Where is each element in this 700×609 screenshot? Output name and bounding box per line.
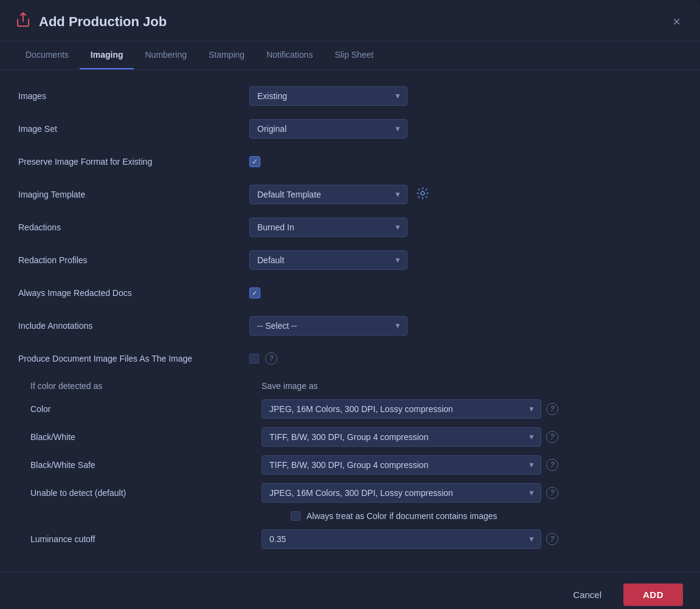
include-annotations-select[interactable]: -- Select -- (249, 316, 407, 335)
produce-document-control: ? (249, 353, 277, 365)
image-set-select[interactable]: Original (249, 119, 407, 139)
title-row: Add Production Job (15, 11, 167, 32)
luminance-label: Luminance cutoff (30, 534, 262, 544)
save-image-as-label: Save image as (262, 381, 318, 391)
images-select[interactable]: Existing Generate (249, 86, 407, 106)
unable-help-icon[interactable]: ? (546, 487, 558, 499)
image-set-select-wrapper: Original ▼ (249, 119, 407, 139)
bw-help-icon[interactable]: ? (546, 431, 558, 443)
redactions-select-wrapper: Burned In ▼ (249, 218, 407, 237)
color-help-icon[interactable]: ? (546, 403, 558, 415)
unable-select[interactable]: JPEG, 16M Colors, 300 DPI, Lossy compres… (262, 483, 541, 503)
bw-select-wrapper: TIFF, B/W, 300 DPI, Group 4 compression … (262, 427, 541, 447)
unable-row: Unable to detect (default) JPEG, 16M Col… (18, 483, 682, 503)
imaging-template-select[interactable]: Default Template (249, 185, 407, 204)
always-image-control (249, 287, 260, 298)
produce-document-help-icon[interactable]: ? (265, 353, 277, 365)
always-color-label: Always treat as Color if document contai… (307, 511, 497, 521)
cancel-button[interactable]: Cancel (560, 583, 615, 606)
preserve-checkbox[interactable] (249, 156, 260, 167)
unable-control: JPEG, 16M Colors, 300 DPI, Lossy compres… (262, 483, 558, 503)
always-image-row: Always Image Redacted Docs (18, 281, 682, 304)
bw-safe-select[interactable]: TIFF, B/W, 300 DPI, Group 4 compression (262, 455, 541, 475)
produce-document-row: Produce Document Image Files As The Imag… (18, 347, 682, 370)
luminance-control: 0.35 ▼ ? (262, 529, 558, 549)
tab-notifications[interactable]: Notifications (255, 41, 324, 69)
redactions-row: Redactions Burned In ▼ (18, 216, 682, 239)
include-annotations-label: Include Annotations (18, 321, 249, 331)
bw-label: Black/White (30, 432, 262, 442)
image-set-row: Image Set Original ▼ (18, 117, 682, 140)
images-control: Existing Generate ▼ (249, 86, 407, 106)
preserve-label: Preserve Image Format for Existing (18, 157, 249, 167)
unable-label: Unable to detect (default) (30, 488, 262, 498)
color-row: Color JPEG, 16M Colors, 300 DPI, Lossy c… (18, 399, 682, 419)
imaging-template-row: Imaging Template Default Template ▼ (18, 183, 682, 206)
color-select[interactable]: JPEG, 16M Colors, 300 DPI, Lossy compres… (262, 399, 541, 419)
bw-safe-select-wrapper: TIFF, B/W, 300 DPI, Group 4 compression … (262, 455, 541, 475)
luminance-help-icon[interactable]: ? (546, 533, 558, 545)
images-select-wrapper: Existing Generate ▼ (249, 86, 407, 106)
dialog-header: Add Production Job × (0, 0, 700, 41)
redaction-profiles-label: Redaction Profiles (18, 255, 249, 265)
always-image-label: Always Image Redacted Docs (18, 288, 249, 298)
if-color-label: If color detected as (30, 381, 262, 391)
bw-control: TIFF, B/W, 300 DPI, Group 4 compression … (262, 427, 558, 447)
tab-slip-sheet[interactable]: Slip Sheet (324, 41, 384, 69)
redactions-select[interactable]: Burned In (249, 218, 407, 237)
luminance-row: Luminance cutoff 0.35 ▼ ? (18, 529, 682, 549)
redaction-profiles-row: Redaction Profiles Default ▼ (18, 249, 682, 272)
always-color-row: Always treat as Color if document contai… (18, 511, 682, 521)
color-section-header: If color detected as Save image as (18, 381, 682, 391)
dialog-title: Add Production Job (39, 14, 167, 30)
color-select-wrapper: JPEG, 16M Colors, 300 DPI, Lossy compres… (262, 399, 541, 419)
color-label: Color (30, 404, 262, 414)
redactions-label: Redactions (18, 222, 249, 232)
gear-icon[interactable] (416, 187, 429, 203)
luminance-select-wrapper: 0.35 ▼ (262, 529, 541, 549)
redactions-control: Burned In ▼ (249, 218, 407, 237)
tab-imaging[interactable]: Imaging (80, 41, 134, 69)
always-color-checkbox[interactable] (291, 511, 300, 521)
svg-point-0 (421, 191, 425, 195)
tab-documents[interactable]: Documents (15, 41, 80, 69)
include-annotations-control: -- Select -- ▼ (249, 316, 407, 335)
dialog-footer: Cancel ADD (0, 572, 700, 609)
include-annotations-row: Include Annotations -- Select -- ▼ (18, 314, 682, 337)
bw-safe-row: Black/White Safe TIFF, B/W, 300 DPI, Gro… (18, 455, 682, 475)
imaging-template-control: Default Template ▼ (249, 185, 429, 204)
unable-select-wrapper: JPEG, 16M Colors, 300 DPI, Lossy compres… (262, 483, 541, 503)
preserve-row: Preserve Image Format for Existing (18, 150, 682, 173)
bw-row: Black/White TIFF, B/W, 300 DPI, Group 4 … (18, 427, 682, 447)
redaction-profiles-select[interactable]: Default (249, 250, 407, 270)
dialog-body: Images Existing Generate ▼ Image Set Ori… (0, 70, 700, 572)
imaging-template-label: Imaging Template (18, 190, 249, 199)
produce-document-checkbox[interactable] (249, 354, 259, 363)
include-annotations-select-wrapper: -- Select -- ▼ (249, 316, 407, 335)
share-icon (15, 11, 32, 32)
imaging-template-select-wrapper: Default Template ▼ (249, 185, 407, 204)
color-control: JPEG, 16M Colors, 300 DPI, Lossy compres… (262, 399, 558, 419)
images-row: Images Existing Generate ▼ (18, 84, 682, 108)
produce-document-label: Produce Document Image Files As The Imag… (18, 354, 249, 363)
tab-numbering[interactable]: Numbering (134, 41, 197, 69)
image-set-label: Image Set (18, 124, 249, 134)
bw-safe-label: Black/White Safe (30, 460, 262, 470)
add-button[interactable]: ADD (623, 583, 683, 606)
close-button[interactable]: × (668, 12, 685, 32)
bw-select[interactable]: TIFF, B/W, 300 DPI, Group 4 compression (262, 427, 541, 447)
images-label: Images (18, 91, 249, 101)
tab-bar: Documents Imaging Numbering Stamping Not… (0, 41, 700, 70)
image-set-control: Original ▼ (249, 119, 407, 139)
tab-stamping[interactable]: Stamping (198, 41, 255, 69)
add-production-job-dialog: Add Production Job × Documents Imaging N… (0, 0, 700, 609)
redaction-profiles-select-wrapper: Default ▼ (249, 250, 407, 270)
preserve-checkbox-wrapper (249, 156, 260, 167)
always-image-checkbox[interactable] (249, 287, 260, 298)
redaction-profiles-control: Default ▼ (249, 250, 407, 270)
bw-safe-help-icon[interactable]: ? (546, 459, 558, 471)
bw-safe-control: TIFF, B/W, 300 DPI, Group 4 compression … (262, 455, 558, 475)
always-image-checkbox-wrapper (249, 287, 260, 298)
luminance-select[interactable]: 0.35 (262, 529, 541, 549)
preserve-control (249, 156, 260, 167)
